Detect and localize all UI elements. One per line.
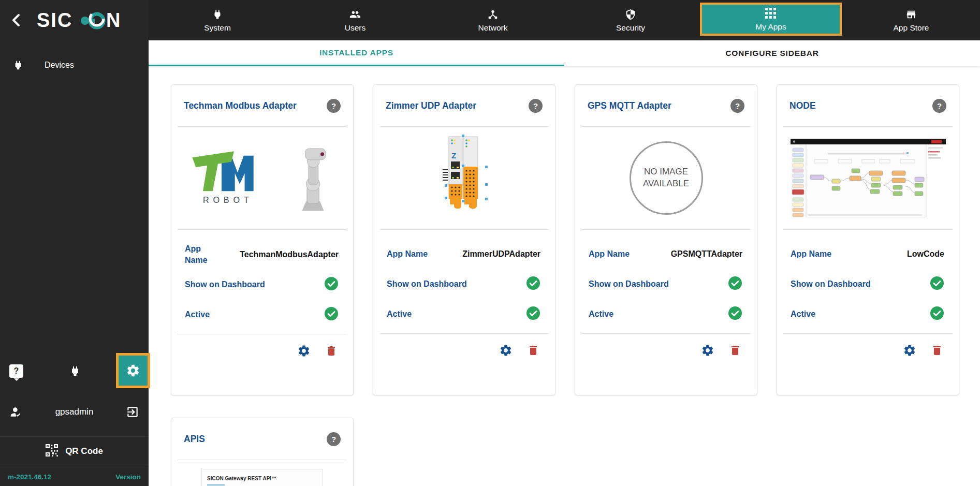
check-circle-icon[interactable] xyxy=(324,276,339,293)
card-title: APIS xyxy=(184,434,205,445)
active-label: Active xyxy=(387,308,412,320)
version-value: m-2021.46.12 xyxy=(8,473,51,481)
node-red-app-image xyxy=(777,127,959,229)
card-title: NODE xyxy=(789,100,816,111)
help-icon[interactable]: ? xyxy=(529,99,543,113)
nav-label: Network xyxy=(478,23,508,33)
nav-item-system[interactable]: System xyxy=(149,0,286,40)
nav-item-my-apps[interactable]: My Apps xyxy=(700,3,842,36)
logo-text-sic: SIC xyxy=(37,9,72,31)
top-navigation: System Users Network Security My Apps Ap… xyxy=(149,0,980,40)
app-card-zimmer: Zimmer UDP Adapter ? Z xyxy=(373,84,555,395)
qr-code-row[interactable]: QR Code xyxy=(0,436,149,465)
tab-bar: INSTALLED APPS CONFIGURE SIDEBAR xyxy=(149,40,980,66)
card-actions xyxy=(777,334,959,367)
nav-label: App Store xyxy=(894,23,929,33)
nav-item-users[interactable]: Users xyxy=(286,0,424,40)
check-circle-icon[interactable] xyxy=(324,306,339,323)
card-title: GPS MQTT Adapter xyxy=(588,100,671,111)
help-icon[interactable]: ? xyxy=(327,99,341,113)
sidebar-header: SIC N xyxy=(0,0,149,40)
nav-label: My Apps xyxy=(755,22,786,32)
sicon-logo: SIC N xyxy=(25,8,131,32)
delete-trash-icon[interactable] xyxy=(527,344,539,357)
show-on-dashboard-row: Show on Dashboard xyxy=(387,273,540,295)
network-hub-icon xyxy=(487,9,499,20)
active-label: Active xyxy=(185,309,210,320)
nav-item-app-store[interactable]: App Store xyxy=(842,0,980,40)
show-on-dashboard-label: Show on Dashboard xyxy=(185,279,265,290)
active-row: Active xyxy=(589,303,742,325)
check-circle-icon[interactable] xyxy=(728,276,742,292)
delete-trash-icon[interactable] xyxy=(325,345,338,357)
show-on-dashboard-row: Show on Dashboard xyxy=(589,273,742,295)
back-chevron-icon[interactable] xyxy=(7,11,25,29)
configure-gear-icon[interactable] xyxy=(499,344,513,357)
app-name-label: App Name xyxy=(589,248,630,260)
tm-robot-logo: ROBOT xyxy=(191,146,284,210)
app-name-value: LowCode xyxy=(907,249,944,259)
version-label: Version xyxy=(115,473,141,481)
app-name-row: App Name TechmanModbusAdapter xyxy=(185,243,339,266)
sidebar-item-devices[interactable]: Devices xyxy=(0,52,149,79)
version-row: m-2021.46.12 Version xyxy=(0,467,149,486)
app-card-techman: Techman Modbus Adapter ? ROBOT xyxy=(171,84,354,395)
show-on-dashboard-label: Show on Dashboard xyxy=(387,278,467,290)
check-circle-icon[interactable] xyxy=(930,276,944,292)
rest-api-doc-thumbnail: SICON Gateway REST API™ xyxy=(201,469,323,486)
app-name-value: GPSMQTTAdapter xyxy=(671,249,742,259)
show-on-dashboard-label: Show on Dashboard xyxy=(791,278,871,290)
logout-icon[interactable] xyxy=(126,405,139,419)
app-name-value: ZimmerUDPAdapter xyxy=(462,249,540,259)
card-actions xyxy=(171,334,353,367)
configure-gear-icon[interactable] xyxy=(297,344,311,358)
apis-app-image: SICON Gateway REST API™ xyxy=(171,460,353,486)
installed-apps-panel: Techman Modbus Adapter ? ROBOT xyxy=(149,66,980,486)
help-bubble-icon[interactable]: ? xyxy=(9,364,23,378)
check-circle-icon[interactable] xyxy=(526,306,540,322)
rest-api-doc-link-line xyxy=(207,484,225,485)
show-on-dashboard-label: Show on Dashboard xyxy=(589,278,669,290)
qr-code-label: QR Code xyxy=(65,446,103,456)
techman-app-image: ROBOT xyxy=(171,127,353,229)
gear-icon xyxy=(126,363,140,378)
app-card-gps-mqtt: GPS MQTT Adapter ? NO IMAGE AVAILABLE Ap… xyxy=(575,84,757,395)
nav-label: System xyxy=(204,23,231,33)
help-icon[interactable]: ? xyxy=(327,432,341,446)
card-actions xyxy=(575,334,757,367)
zimmer-z-letter: Z xyxy=(451,151,456,160)
nav-item-security[interactable]: Security xyxy=(562,0,699,40)
delete-trash-icon[interactable] xyxy=(931,344,943,357)
help-icon[interactable]: ? xyxy=(932,99,946,113)
card-actions xyxy=(373,334,555,367)
sidebar-utility-row: ? xyxy=(0,354,149,388)
check-circle-icon[interactable] xyxy=(930,306,944,322)
app-cards-row: Techman Modbus Adapter ? ROBOT xyxy=(171,84,980,395)
logo-text-n: N xyxy=(106,9,120,31)
configure-gear-icon[interactable] xyxy=(903,344,916,357)
zimmer-app-image: Z xyxy=(373,127,555,229)
check-circle-icon[interactable] xyxy=(728,306,742,322)
check-circle-icon[interactable] xyxy=(526,276,540,292)
settings-gear-button[interactable] xyxy=(116,353,150,388)
app-name-row: App Name LowCode xyxy=(791,243,944,265)
username: gpsadmin xyxy=(23,407,126,417)
gps-app-image: NO IMAGE AVAILABLE xyxy=(575,127,757,229)
qr-code-icon xyxy=(46,444,58,459)
nav-label: Security xyxy=(616,23,645,33)
delete-trash-icon[interactable] xyxy=(729,344,741,357)
no-image-placeholder: NO IMAGE AVAILABLE xyxy=(630,141,703,215)
app-card-node: NODE ? xyxy=(777,84,959,395)
configure-gear-icon[interactable] xyxy=(701,344,714,357)
tab-installed-apps[interactable]: INSTALLED APPS xyxy=(149,40,564,66)
device-plug-icon[interactable] xyxy=(69,365,81,377)
nav-item-network[interactable]: Network xyxy=(424,0,562,40)
sidebar: SIC N Devices ? gpsadmin xyxy=(0,0,149,486)
show-on-dashboard-row: Show on Dashboard xyxy=(185,274,339,296)
app-card-apis: APIS ? SICON Gateway REST API™ xyxy=(171,418,354,486)
tab-configure-sidebar[interactable]: CONFIGURE SIDEBAR xyxy=(564,40,980,66)
help-icon[interactable]: ? xyxy=(730,99,744,113)
show-on-dashboard-row: Show on Dashboard xyxy=(791,273,944,295)
active-row: Active xyxy=(185,304,339,326)
plug-icon xyxy=(212,9,223,20)
